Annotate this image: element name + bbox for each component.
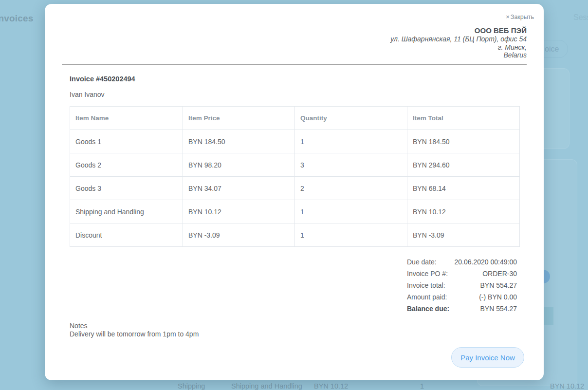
summary-label: Amount paid: bbox=[407, 291, 447, 303]
table-row: Goods 2 BYN 98.20 3 BYN 294.60 bbox=[70, 153, 520, 177]
table-cell: Goods 3 bbox=[70, 177, 183, 200]
summary-value: BYN 554.27 bbox=[480, 303, 517, 315]
summary-row-amount-paid: Amount paid: (-) BYN 0.00 bbox=[407, 291, 517, 303]
merchant-name: ООО ВЕБ ПЭЙ bbox=[390, 26, 527, 35]
close-icon: × bbox=[506, 14, 510, 20]
merchant-address-line3: Belarus bbox=[390, 51, 527, 59]
merchant-address-line1: ул. Шафарнянская, 11 (БЦ Порт), офис 54 bbox=[390, 35, 527, 43]
background-cell: BYN 10.12 bbox=[550, 382, 584, 390]
table-cell: BYN 34.07 bbox=[183, 177, 295, 200]
summary-row-balance-due: Balance due: BYN 554.27 bbox=[407, 303, 517, 315]
notes-text: Delivery will be tomorrow from 1pm to 4p… bbox=[70, 330, 199, 338]
background-pill-partial-label: oice bbox=[545, 45, 559, 54]
pay-invoice-now-button[interactable]: Pay Invoice Now bbox=[451, 347, 524, 368]
table-cell: Shipping and Handling bbox=[70, 200, 183, 223]
summary-row-due-date: Due date: 20.06.2020 00:49:00 bbox=[407, 256, 517, 268]
table-header-row: Item Name Item Price Quantity Item Total bbox=[70, 107, 520, 130]
table-cell: BYN 184.50 bbox=[407, 130, 520, 153]
table-cell: Goods 1 bbox=[70, 130, 183, 153]
summary-label: Balance due: bbox=[407, 303, 449, 315]
summary-label: Invoice total: bbox=[407, 279, 445, 291]
table-cell: BYN 68.14 bbox=[407, 177, 520, 200]
background-cell: Shipping bbox=[178, 382, 205, 390]
table-cell: 1 bbox=[295, 200, 407, 223]
column-header: Quantity bbox=[295, 107, 407, 130]
background-cell: Shipping and Handling bbox=[231, 382, 302, 390]
invoice-number-title: Invoice #450202494 bbox=[70, 75, 135, 83]
close-label: Закрыть bbox=[511, 14, 534, 20]
summary-row-invoice-total: Invoice total: BYN 554.27 bbox=[407, 279, 517, 291]
summary-label: Due date: bbox=[407, 256, 437, 268]
table-cell: BYN -3.09 bbox=[407, 223, 520, 247]
table-cell: 3 bbox=[295, 153, 407, 177]
table-row: Shipping and Handling BYN 10.12 1 BYN 10… bbox=[70, 200, 520, 223]
nav-invoices-label: Invoices bbox=[0, 13, 34, 24]
table-row: Goods 3 BYN 34.07 2 BYN 68.14 bbox=[70, 177, 520, 200]
summary-label: Invoice PO #: bbox=[407, 268, 448, 279]
column-header: Item Price bbox=[183, 107, 295, 130]
background-cell: BYN 10.12 bbox=[314, 382, 348, 390]
table-cell: 1 bbox=[295, 223, 407, 247]
merchant-address-line2: г. Минск, bbox=[390, 43, 527, 52]
table-cell: BYN 10.12 bbox=[183, 200, 295, 223]
summary-value: ORDER-30 bbox=[482, 268, 517, 279]
invoice-modal: ×Закрыть ООО ВЕБ ПЭЙ ул. Шафарнянская, 1… bbox=[45, 4, 544, 380]
summary-value: 20.06.2020 00:49:00 bbox=[455, 256, 517, 268]
background-cell: 1 bbox=[420, 382, 424, 390]
column-header: Item Total bbox=[407, 107, 520, 130]
table-cell: BYN 98.20 bbox=[183, 153, 295, 177]
summary-row-po-number: Invoice PO #: ORDER-30 bbox=[407, 268, 517, 279]
table-row: Discount BYN -3.09 1 BYN -3.09 bbox=[70, 223, 520, 247]
nav-session-label: Sess bbox=[573, 13, 588, 22]
notes-block: Notes Delivery will be tomorrow from 1pm… bbox=[70, 322, 199, 338]
table-cell: BYN -3.09 bbox=[183, 223, 295, 247]
table-cell: BYN 294.60 bbox=[407, 153, 520, 177]
customer-name: Ivan Ivanov bbox=[70, 91, 105, 98]
table-cell: 2 bbox=[295, 177, 407, 200]
table-cell: BYN 184.50 bbox=[183, 130, 295, 153]
table-row: Goods 1 BYN 184.50 1 BYN 184.50 bbox=[70, 130, 520, 153]
table-cell: BYN 10.12 bbox=[407, 200, 520, 223]
summary-value: (-) BYN 0.00 bbox=[479, 291, 517, 303]
notes-label: Notes bbox=[70, 322, 199, 330]
invoice-summary: Due date: 20.06.2020 00:49:00 Invoice PO… bbox=[407, 256, 517, 315]
header-divider bbox=[62, 64, 527, 65]
merchant-block: ООО ВЕБ ПЭЙ ул. Шафарнянская, 11 (БЦ Пор… bbox=[390, 26, 527, 59]
summary-value: BYN 554.27 bbox=[480, 279, 517, 291]
table-cell: Goods 2 bbox=[70, 153, 183, 177]
table-cell: 1 bbox=[295, 130, 407, 153]
invoice-items-table: Item Name Item Price Quantity Item Total… bbox=[70, 106, 520, 247]
column-header: Item Name bbox=[70, 107, 183, 130]
close-button[interactable]: ×Закрыть bbox=[506, 14, 534, 20]
table-cell: Discount bbox=[70, 223, 183, 247]
